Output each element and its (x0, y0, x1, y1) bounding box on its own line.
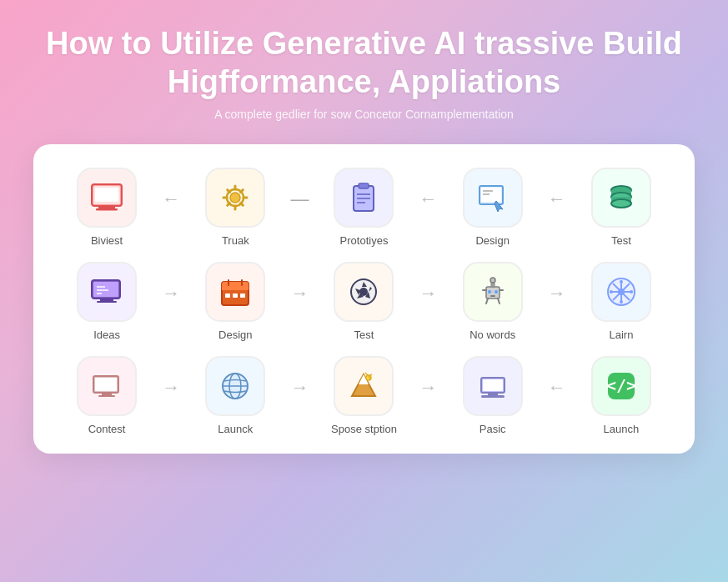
cursor-icon (463, 168, 523, 228)
mountain-icon (334, 356, 394, 416)
svg-point-58 (618, 288, 625, 295)
arrow-2-4: → (548, 283, 566, 304)
page-title: How to Utilize Generative AI trassive Bu… (33, 25, 695, 101)
svg-rect-33 (225, 294, 230, 298)
ideas-label: Ideas (93, 329, 120, 341)
arrow-2-2: → (290, 283, 309, 304)
svg-point-20 (611, 199, 631, 208)
flow-item-lairn: Lairn (580, 262, 663, 341)
code-icon: </> (591, 356, 651, 416)
gear-icon (205, 168, 265, 228)
arrow-1-1: ← (162, 188, 180, 210)
database-icon (591, 168, 651, 228)
svg-point-5 (230, 193, 240, 203)
screen-small-icon (77, 356, 137, 416)
arrow-1-3: ← (419, 188, 438, 210)
flow-item-launck: Launck (193, 356, 277, 435)
arrow-1-2: — (290, 188, 309, 210)
flow-row-2: Ideas → Design → (58, 262, 670, 341)
svg-rect-34 (233, 294, 238, 298)
flow-item-launch: </> Launch (580, 356, 663, 435)
svg-point-60 (620, 300, 623, 304)
flow-item-test2: Test (322, 262, 405, 341)
clipboard-icon (334, 168, 394, 228)
design-label: Design (475, 234, 509, 247)
svg-rect-66 (98, 395, 115, 397)
svg-rect-2 (96, 208, 118, 211)
svg-rect-64 (95, 378, 117, 391)
svg-rect-30 (222, 287, 249, 290)
flow-item-biviest: Biviest (65, 168, 148, 247)
flow-row-3: Contest → Launck → (58, 356, 670, 435)
snowflake-icon (591, 262, 651, 322)
svg-rect-4 (95, 188, 118, 202)
svg-point-45 (495, 290, 498, 294)
monitor-icon (77, 168, 137, 228)
svg-rect-46 (490, 295, 495, 297)
flow-item-design: Design (451, 168, 535, 247)
flow-item-nowords: No words (451, 262, 535, 341)
svg-rect-35 (240, 294, 245, 298)
contest-label: Contest (88, 423, 126, 435)
robot-icon (463, 262, 523, 322)
arrow-2-3: → (419, 283, 438, 304)
spose-label: Spose stption (331, 423, 397, 435)
flow-row-1: Biviest ← Truak — (58, 168, 670, 247)
arrow-3-4: ← (548, 377, 566, 399)
flow-item-ideas: Ideas (65, 262, 148, 341)
flow-diagram: Biviest ← Truak — (33, 144, 695, 454)
svg-line-51 (486, 299, 488, 304)
biviest-label: Biviest (91, 234, 123, 247)
svg-rect-1 (98, 206, 115, 208)
arrow-1-4: ← (548, 188, 566, 210)
pasic-label: Pasic (479, 423, 506, 435)
nowords-label: No words (469, 329, 515, 341)
design2-label: Design (218, 329, 252, 341)
arrow-3-2: → (290, 377, 309, 399)
svg-point-62 (630, 290, 633, 294)
svg-point-61 (610, 290, 613, 294)
launck-label: Launck (218, 423, 253, 435)
svg-point-44 (488, 290, 491, 294)
svg-rect-79 (481, 395, 505, 398)
flow-item-truak: Truak (193, 168, 277, 247)
launch-label: Launch (604, 423, 640, 435)
svg-point-42 (359, 288, 368, 296)
svg-rect-78 (488, 393, 498, 395)
lairn-label: Lairn (609, 329, 633, 341)
flow-item-spose: Spose stption (322, 356, 405, 435)
page-subtitle: A complete gedlier for sow Concetor Corn… (214, 108, 514, 121)
test2-label: Test (354, 329, 374, 341)
soccer-icon (334, 262, 394, 322)
svg-rect-22 (93, 282, 118, 297)
arrow-3-1: → (162, 377, 180, 399)
svg-rect-8 (359, 183, 369, 188)
svg-rect-77 (483, 379, 503, 391)
flow-item-contest: Contest (65, 356, 148, 435)
svg-rect-24 (97, 301, 117, 303)
prototiyes-label: Prototiyes (340, 234, 389, 247)
globe-icon (205, 356, 265, 416)
monitor2-icon (463, 356, 523, 416)
truak-label: Truak (222, 234, 249, 247)
svg-rect-65 (102, 393, 112, 395)
svg-point-59 (620, 280, 623, 283)
svg-line-52 (498, 299, 500, 304)
flow-item-design2: Design (193, 262, 277, 341)
arrow-3-3: → (419, 377, 438, 399)
flow-item-prototiyes: Prototiyes (322, 168, 405, 247)
svg-text:</>: </> (606, 375, 636, 395)
purple-monitor-icon (77, 262, 137, 322)
svg-point-48 (490, 278, 495, 283)
flow-item-pasic: Pasic (451, 356, 535, 435)
arrow-2-1: → (162, 283, 180, 304)
test-label: Test (611, 234, 631, 247)
svg-rect-23 (100, 299, 113, 301)
flow-item-test: Test (580, 168, 663, 247)
calendar-icon (205, 262, 265, 322)
